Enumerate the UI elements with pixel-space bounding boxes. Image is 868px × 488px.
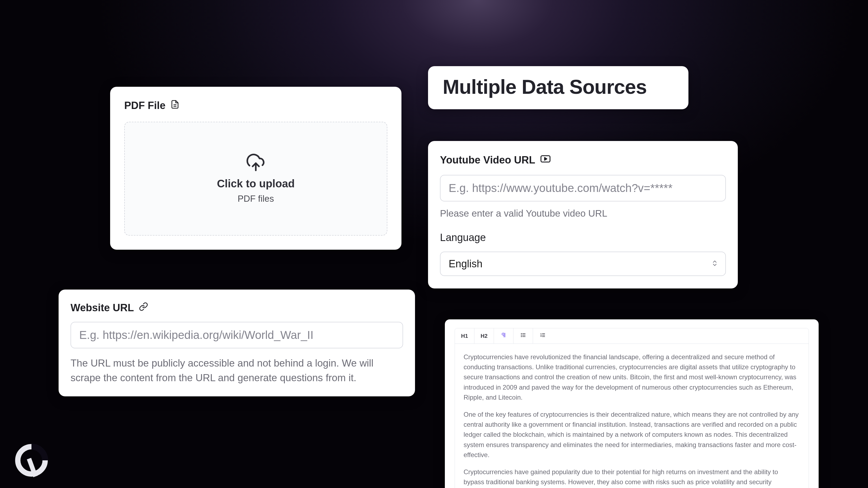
language-select[interactable]: English bbox=[440, 252, 726, 276]
chevron-updown-icon bbox=[711, 260, 718, 268]
editor-paragraph: Cryptocurrencies have revolutionized the… bbox=[464, 352, 800, 402]
list-ordered-icon bbox=[540, 332, 546, 340]
youtube-label-row: Youtube Video URL bbox=[440, 154, 726, 167]
link-icon bbox=[139, 302, 148, 314]
svg-point-10 bbox=[521, 336, 522, 337]
website-label-row: Website URL bbox=[70, 302, 403, 314]
dropzone-subtitle: PDF files bbox=[238, 194, 274, 204]
list-bullet-icon bbox=[520, 332, 526, 340]
language-select-wrap: English bbox=[440, 252, 726, 276]
website-helper-text: The URL must be publicly accessible and … bbox=[70, 356, 403, 385]
text-editor-card: H1 H2 Cryptocurrencies hav bbox=[445, 319, 818, 488]
youtube-helper-text: Please enter a valid Youtube video URL bbox=[440, 208, 726, 219]
pdf-dropzone[interactable]: Click to upload PDF files bbox=[124, 122, 388, 236]
h1-label: H1 bbox=[461, 333, 468, 339]
toolbar-h1-button[interactable]: H1 bbox=[455, 328, 474, 344]
youtube-url-input[interactable] bbox=[440, 175, 726, 201]
svg-marker-4 bbox=[545, 158, 547, 160]
title-card: Multiple Data Sources bbox=[428, 66, 688, 109]
editor-body[interactable]: Cryptocurrencies have revolutionized the… bbox=[455, 344, 809, 488]
youtube-card: Youtube Video URL Please enter a valid Y… bbox=[428, 141, 738, 289]
svg-point-8 bbox=[521, 333, 522, 334]
editor-frame: H1 H2 Cryptocurrencies hav bbox=[455, 328, 809, 488]
upload-cloud-icon bbox=[246, 154, 265, 174]
pilcrow-icon bbox=[501, 332, 507, 340]
toolbar-bullet-list-button[interactable] bbox=[514, 328, 533, 344]
website-label: Website URL bbox=[70, 302, 134, 314]
website-url-input[interactable] bbox=[70, 322, 403, 348]
youtube-icon bbox=[540, 154, 551, 167]
language-value: English bbox=[448, 258, 483, 270]
youtube-label: Youtube Video URL bbox=[440, 154, 535, 166]
editor-paragraph: One of the key features of cryptocurrenc… bbox=[464, 410, 800, 460]
pdf-label: PDF File bbox=[124, 100, 165, 111]
h2-label: H2 bbox=[480, 333, 488, 339]
app-logo bbox=[12, 442, 51, 479]
pdf-card: PDF File Click to upload PDF files bbox=[110, 87, 401, 250]
editor-toolbar: H1 H2 bbox=[455, 328, 809, 344]
pdf-label-row: PDF File bbox=[124, 100, 388, 111]
language-label: Language bbox=[440, 232, 726, 243]
toolbar-ordered-list-button[interactable] bbox=[533, 328, 553, 344]
svg-point-9 bbox=[521, 335, 522, 335]
dropzone-title: Click to upload bbox=[217, 177, 295, 190]
toolbar-h2-button[interactable]: H2 bbox=[474, 328, 494, 344]
file-text-icon bbox=[170, 100, 180, 111]
editor-paragraph: Cryptocurrencies have gained popularity … bbox=[464, 467, 800, 488]
toolbar-paragraph-button[interactable] bbox=[494, 328, 514, 344]
page-title: Multiple Data Sources bbox=[443, 75, 674, 98]
website-card: Website URL The URL must be publicly acc… bbox=[59, 290, 415, 396]
